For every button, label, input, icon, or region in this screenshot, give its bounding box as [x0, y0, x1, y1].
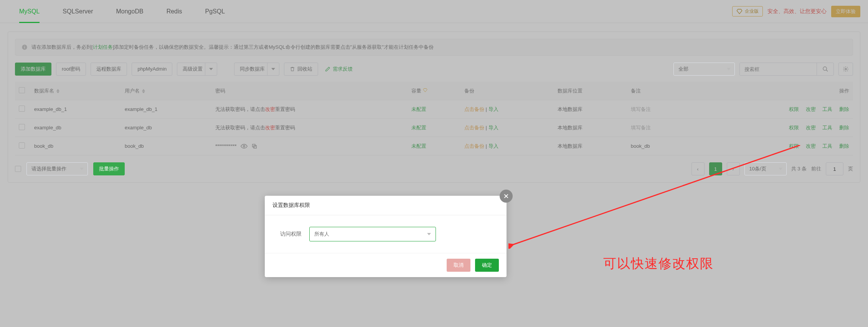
modal-overlay: [0, 0, 868, 327]
permission-label: 访问权限: [280, 231, 302, 238]
batch-apply-button[interactable]: 批量操作: [93, 162, 125, 175]
page-size-select[interactable]: 10条/页: [744, 162, 787, 175]
annotation-text: 可以快速修改权限: [603, 255, 714, 272]
tab-pgsql[interactable]: PgSQL: [194, 0, 237, 23]
permission-modal: 设置数据库权限 访问权限 所有人 取消 确定: [265, 196, 507, 277]
modal-title: 设置数据库权限: [265, 196, 507, 215]
tab-sqlserver[interactable]: SQLServer: [51, 0, 104, 23]
close-button[interactable]: [500, 190, 513, 203]
batch-select[interactable]: 请选择批量操作: [26, 162, 88, 175]
confirm-button[interactable]: 确定: [475, 259, 499, 272]
tab-mysql[interactable]: MySQL: [8, 0, 51, 23]
close-icon: [503, 193, 509, 199]
tab-mongodb[interactable]: MongoDB: [104, 0, 155, 23]
permission-select[interactable]: 所有人: [309, 227, 436, 241]
cancel-button[interactable]: 取消: [447, 259, 470, 272]
tab-redis[interactable]: Redis: [155, 0, 194, 23]
filter-select[interactable]: 全部: [673, 63, 735, 76]
